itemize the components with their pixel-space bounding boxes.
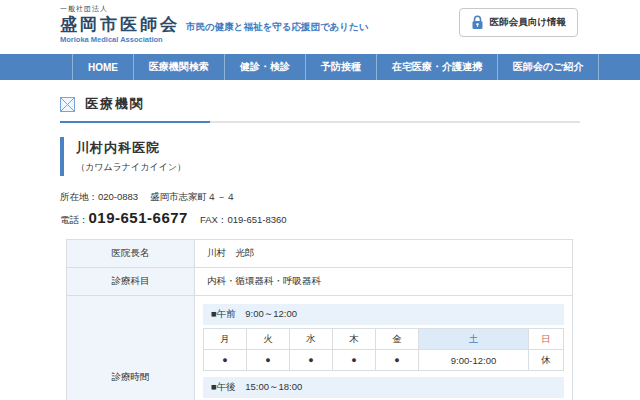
schedule-cell: ● [333,350,376,371]
day-header: 日 [529,329,564,350]
row-label: 診療科目 [67,268,195,296]
nav-item-3[interactable]: 予防接種 [305,54,376,80]
clinic-name: 川村内科医院 [76,139,580,157]
nav-list: HOME医療機関検索健診・検診予防接種在宅医療・介護連携医師会のご紹介 [72,54,640,80]
section-header: 医療機関 [60,95,580,113]
site-logo[interactable]: 一般社団法人 盛岡市医師会 Morioka Medical Associatio… [60,5,180,44]
table-row: 医院長名川村 光郎 [67,240,573,268]
schedule-table: 月火水木金土日●●●●●9:00-12:00休 [203,328,564,371]
day-header: 土 [419,329,529,350]
org-name-english: Morioka Medical Association [60,35,180,44]
row-label: 医院長名 [67,240,195,268]
phone-line: 電話：019-651-6677FAX：019-651-8360 [60,209,580,227]
member-info-button-label: 医師会員向け情報 [490,16,566,29]
org-name: 盛岡市医師会 [60,14,180,35]
nav-item-1[interactable]: 医療機関検索 [133,54,224,80]
tel-number: 019-651-6677 [89,209,188,226]
day-header: 月 [204,329,247,350]
schedule-cell: ● [204,350,247,371]
member-info-button[interactable]: 医師会員向け情報 [459,8,578,37]
day-header: 水 [290,329,333,350]
site-header: 一般社団法人 盛岡市医師会 Morioka Medical Associatio… [0,0,640,54]
tel-label: 電話： [60,214,89,227]
address-value: 盛岡市志家町４－４ [150,191,236,202]
day-header: 金 [376,329,419,350]
main-nav: HOME医療機関検索健診・検診予防接種在宅医療・介護連携医師会のご紹介 [0,54,640,80]
hours-label: 診療時間 [67,296,195,400]
clinic-name-kana: （カワムラナイカイイン） [76,161,580,174]
lock-icon [471,15,484,30]
fax-number: 019-651-8360 [227,214,286,225]
main-content: 医療機関 川村内科医院 （カワムラナイカイイン） 所在地：020-0883盛岡市… [0,95,640,400]
nav-item-0[interactable]: HOME [72,54,133,80]
nav-item-4[interactable]: 在宅医療・介護連携 [376,54,497,80]
schedule-cell: ● [290,350,333,371]
table-row-hours: 診療時間■午前 9:00～12:00月火水木金土日●●●●●9:00-12:00… [67,296,573,400]
clinic-info-table: 医院長名川村 光郎診療科目内科・循環器科・呼吸器科診療時間■午前 9:00～12… [66,239,573,400]
page-title: 医療機関 [85,95,145,113]
site-tagline: 市民の健康と福祉を守る応援団でありたい [186,21,369,34]
image-placeholder-icon [60,97,75,112]
address-line: 所在地：020-0883盛岡市志家町４－４ [60,191,580,204]
row-value: 川村 光郎 [195,240,573,268]
org-type: 一般社団法人 [60,5,180,14]
schedule-cell: ● [376,350,419,371]
session-label: ■午前 9:00～12:00 [203,304,564,325]
address-label: 所在地： [60,191,98,202]
hours-value: ■午前 9:00～12:00月火水木金土日●●●●●9:00-12:00休■午後… [195,296,573,400]
nav-item-2[interactable]: 健診・検診 [224,54,305,80]
schedule-cell: ● [247,350,290,371]
day-header: 木 [333,329,376,350]
postal-code: 020-0883 [98,191,138,202]
nav-item-5[interactable]: 医師会のご紹介 [497,54,599,80]
row-value: 内科・循環器科・呼吸器科 [195,268,573,296]
table-row: 診療科目内科・循環器科・呼吸器科 [67,268,573,296]
schedule-day-header-row: 月火水木金土日 [204,329,564,350]
schedule-cell: 9:00-12:00 [419,350,529,371]
schedule-value-row: ●●●●●9:00-12:00休 [204,350,564,371]
schedule-cell: 休 [529,350,564,371]
clinic-name-block: 川村内科医院 （カワムラナイカイイン） [60,137,580,176]
fax-label: FAX： [200,214,227,227]
title-divider [60,121,580,123]
day-header: 火 [247,329,290,350]
session-label: ■午後 15:00～18:00 [203,377,564,398]
